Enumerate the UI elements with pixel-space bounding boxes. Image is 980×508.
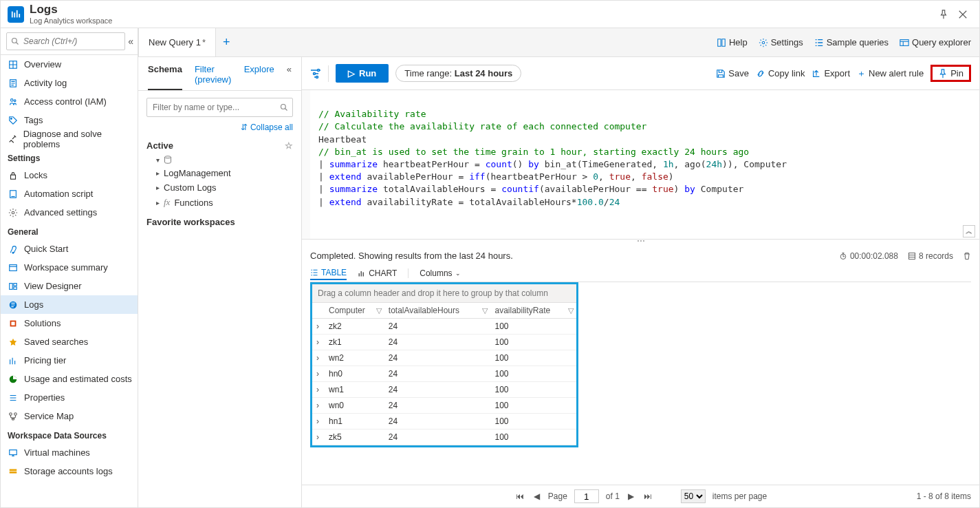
schema-filter-input[interactable] — [151, 102, 280, 113]
records-icon — [908, 252, 916, 260]
sidebar-item-quick-start[interactable]: Quick Start — [1, 240, 138, 258]
sidebar-item-workspace-summary[interactable]: Workspace summary — [1, 258, 138, 277]
add-tab-button[interactable]: + — [216, 28, 237, 56]
filter-icon[interactable]: ▽ — [568, 306, 574, 315]
explore-tab[interactable]: Explore — [244, 64, 274, 90]
search-input[interactable] — [22, 36, 120, 47]
expand-up-icon[interactable]: ︽ — [963, 225, 975, 237]
pin-header-icon[interactable] — [934, 5, 953, 24]
sample-queries-button[interactable]: Sample queries — [814, 37, 889, 47]
column-header-totalavailablehours[interactable]: totalAvailableHours ▽ — [384, 303, 491, 319]
table-view-tab[interactable]: TABLE — [310, 266, 347, 280]
pager-last-icon[interactable]: ⏭ — [642, 491, 653, 501]
sidebar-item-overview[interactable]: Overview — [1, 55, 138, 74]
pager-prev-icon[interactable]: ◀ — [532, 491, 541, 501]
group-by-hint[interactable]: Drag a column header and drop it here to… — [312, 284, 576, 303]
schema-filter-box[interactable] — [146, 98, 293, 117]
collapse-sidebar-icon[interactable]: « — [125, 36, 133, 47]
sidebar-item-saved-searches[interactable]: Saved searches — [1, 332, 138, 351]
column-header-availabilityrate[interactable]: availabilityRate ▽ — [490, 303, 576, 319]
sidebar-item-advanced-settings[interactable]: Advanced settings — [1, 203, 138, 222]
cell-availabilityrate: 100 — [490, 319, 576, 335]
query-editor[interactable]: // Availability rate // Calculate the av… — [302, 90, 979, 240]
expand-row-icon[interactable]: › — [312, 319, 325, 335]
expand-row-icon[interactable]: › — [312, 350, 325, 366]
sidebar-item-pricing-tier[interactable]: Pricing tier — [1, 351, 138, 370]
props-icon — [8, 392, 19, 403]
collapse-all-link[interactable]: ⇵ Collapse all — [138, 117, 301, 138]
expand-row-icon[interactable]: › — [312, 366, 325, 382]
schema-tab[interactable]: Schema — [148, 64, 182, 90]
table-row[interactable]: ›zk124100 — [312, 335, 576, 350]
page-input[interactable] — [574, 489, 599, 503]
export-button[interactable]: Export — [812, 68, 850, 78]
sidebar-item-properties[interactable]: Properties — [1, 388, 138, 407]
table-row[interactable]: ›zk524100 — [312, 430, 576, 445]
query-explorer-button[interactable]: Query explorer — [900, 37, 971, 47]
run-button[interactable]: ▷ Run — [336, 64, 389, 83]
table-row[interactable]: ›wn024100 — [312, 398, 576, 414]
sidebar-item-virtual-machines[interactable]: Virtual machines — [1, 443, 138, 462]
save-button[interactable]: Save — [716, 68, 749, 78]
filter-preview-tab[interactable]: Filter (preview) — [195, 64, 232, 90]
collapse-schema-icon[interactable]: « — [287, 64, 292, 90]
sidebar-item-usage-and-estimated-costs[interactable]: Usage and estimated costs — [1, 370, 138, 388]
pin-button[interactable]: Pin — [930, 65, 971, 82]
pager-first-icon[interactable]: ⏮ — [514, 491, 525, 501]
sidebar-item-locks[interactable]: Locks — [1, 166, 138, 184]
table-row[interactable]: ›hn024100 — [312, 366, 576, 382]
svg-rect-1 — [14, 12, 15, 17]
sidebar-item-view-designer[interactable]: View Designer — [1, 277, 138, 295]
expand-row-icon[interactable]: › — [312, 430, 325, 445]
svg-point-23 — [14, 412, 17, 415]
filter-toggle-icon[interactable] — [310, 68, 321, 79]
pager-next-icon[interactable]: ▶ — [627, 491, 635, 501]
svg-rect-10 — [11, 175, 16, 179]
help-button[interactable]: Help — [717, 37, 748, 47]
expand-row-icon[interactable]: › — [312, 335, 325, 350]
table-row[interactable]: ›wn224100 — [312, 350, 576, 366]
tree-node[interactable]: ▸LogManagement — [146, 166, 293, 180]
tree-node[interactable]: ▸Custom Logs — [146, 180, 293, 195]
close-icon[interactable] — [953, 5, 972, 24]
sidebar-item-activity-log[interactable]: Activity log — [1, 74, 138, 92]
tree-node[interactable]: ▸fxFunctions — [146, 195, 293, 210]
filter-icon[interactable]: ▽ — [376, 306, 382, 315]
settings-button[interactable]: Settings — [759, 37, 803, 47]
sidebar-item-diagnose-and-solve-problems[interactable]: Diagnose and solve problems — [1, 129, 138, 148]
svg-rect-36 — [908, 253, 915, 259]
expand-row-icon[interactable]: › — [312, 414, 325, 430]
columns-dropdown[interactable]: Columns ⌄ — [420, 267, 460, 279]
expand-row-icon[interactable]: › — [312, 382, 325, 398]
column-header-computer[interactable]: Computer ▽ — [325, 303, 384, 319]
page-size-select[interactable]: 50 — [681, 489, 706, 503]
sidebar-item-solutions[interactable]: Solutions — [1, 314, 138, 332]
expand-row-icon[interactable]: › — [312, 398, 325, 414]
resize-handle[interactable]: ⋯ — [302, 240, 979, 245]
search-box[interactable] — [6, 32, 125, 50]
time-range-picker[interactable]: Time range: Last 24 hours — [395, 65, 521, 82]
table-row[interactable]: ›hn124100 — [312, 414, 576, 430]
sidebar-item-automation-script[interactable]: Automation script — [1, 184, 138, 203]
logs-icon — [8, 299, 19, 310]
favorite-star-icon[interactable]: ☆ — [285, 140, 293, 151]
table-row[interactable]: ›zk224100 — [312, 319, 576, 335]
svg-rect-39 — [363, 273, 364, 277]
delete-results-icon[interactable] — [963, 252, 971, 260]
wds-section-header: Workspace Data Sources — [1, 425, 138, 443]
chart-view-tab[interactable]: CHART — [358, 267, 397, 279]
sidebar-item-logs[interactable]: Logs — [1, 295, 138, 314]
table-icon — [310, 268, 318, 277]
sidebar-item-storage-accounts-logs[interactable]: Storage accounts logs — [1, 462, 138, 480]
tree-node-workspace[interactable]: ▾ — [146, 154, 293, 166]
svg-rect-37 — [359, 273, 360, 277]
sidebar-item-tags[interactable]: Tags — [1, 111, 138, 129]
copy-link-button[interactable]: Copy link — [756, 68, 805, 78]
sidebar-item-service-map[interactable]: Service Map — [1, 407, 138, 425]
sidebar-item-access-control-iam-[interactable]: Access control (IAM) — [1, 92, 138, 111]
filter-icon[interactable]: ▽ — [482, 306, 488, 315]
table-row[interactable]: ›wn124100 — [312, 382, 576, 398]
sidebar-item-label: Advanced settings — [24, 207, 97, 218]
new-alert-rule-button[interactable]: ＋ New alert rule — [857, 67, 924, 80]
query-tab[interactable]: New Query 1 * — [138, 28, 216, 56]
